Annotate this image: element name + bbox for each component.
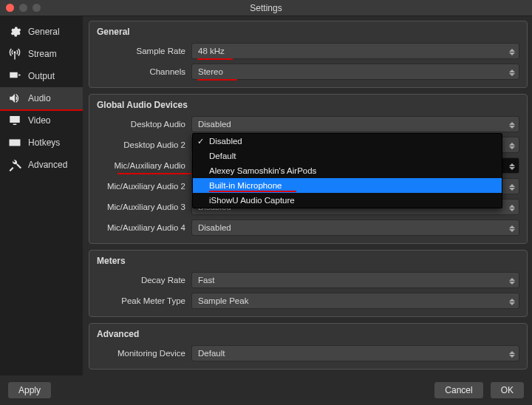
stepper-icon bbox=[509, 140, 516, 152]
select-value: Default bbox=[198, 349, 225, 358]
sidebar-item-label: Output bbox=[28, 71, 55, 81]
apply-button[interactable]: Apply bbox=[7, 381, 52, 399]
speaker-icon bbox=[7, 92, 22, 105]
dropdown-option[interactable]: Default bbox=[193, 149, 502, 163]
section-title: Meters bbox=[97, 256, 519, 266]
annotation-underline bbox=[117, 173, 191, 174]
antenna-icon bbox=[7, 47, 22, 61]
section-title: Advanced bbox=[97, 329, 519, 339]
mic-aux-dropdown[interactable]: ✓DisabledDefaultAlexey Samoshkin's AirPo… bbox=[192, 133, 502, 208]
section-title: General bbox=[97, 27, 519, 37]
sidebar-item-hotkeys[interactable]: Hotkeys bbox=[0, 132, 83, 154]
section-title: Global Audio Devices bbox=[97, 100, 519, 110]
mic-aux4-label: Mic/Auxiliary Audio 4 bbox=[97, 223, 191, 232]
sidebar-item-label: Stream bbox=[28, 49, 57, 59]
window-minimize-button[interactable] bbox=[19, 4, 27, 12]
dropdown-option[interactable]: Alexey Samoshkin's AirPods bbox=[193, 163, 502, 178]
stepper-icon bbox=[509, 67, 516, 78]
sample-rate-select[interactable]: 48 kHz bbox=[191, 43, 519, 59]
select-value: Stereo bbox=[198, 67, 223, 76]
desktop-audio-select[interactable]: Disabled bbox=[191, 116, 519, 132]
peak-meter-label: Peak Meter Type bbox=[97, 296, 191, 305]
section-meters: Meters Decay Rate Fast Peak Meter Type S… bbox=[89, 250, 528, 317]
check-icon: ✓ bbox=[197, 137, 204, 146]
stepper-icon bbox=[509, 119, 516, 131]
stepper-icon bbox=[509, 181, 516, 193]
sidebar-item-general[interactable]: General bbox=[0, 21, 83, 43]
select-value: 48 kHz bbox=[198, 47, 225, 55]
stepper-icon bbox=[509, 222, 516, 234]
dropdown-option-label: iShowU Audio Capture bbox=[209, 196, 295, 205]
section-general: General Sample Rate 48 kHz Channels Ster… bbox=[89, 21, 528, 88]
dropdown-option[interactable]: ✓Disabled bbox=[193, 134, 502, 149]
window-zoom-button[interactable] bbox=[33, 4, 41, 12]
monitoring-device-select[interactable]: Default bbox=[191, 345, 519, 361]
window-title: Settings bbox=[0, 3, 532, 13]
channels-label: Channels bbox=[97, 67, 191, 76]
sidebar: General Stream Output Audio Video Hotkey… bbox=[0, 16, 83, 375]
sample-rate-label: Sample Rate bbox=[97, 47, 191, 55]
ok-button[interactable]: OK bbox=[490, 381, 525, 399]
select-value: Disabled bbox=[198, 120, 231, 129]
gear-icon bbox=[7, 25, 22, 38]
footer: Apply Cancel OK bbox=[0, 375, 532, 405]
cancel-button[interactable]: Cancel bbox=[434, 381, 483, 399]
stepper-icon bbox=[509, 348, 516, 360]
desktop-audio-label: Desktop Audio bbox=[97, 120, 191, 129]
stepper-icon bbox=[509, 160, 516, 172]
sidebar-item-video[interactable]: Video bbox=[0, 109, 83, 132]
monitoring-device-label: Monitoring Device bbox=[97, 349, 191, 358]
window-close-button[interactable] bbox=[6, 4, 14, 12]
titlebar: Settings bbox=[0, 0, 532, 16]
stepper-icon bbox=[509, 275, 516, 287]
sidebar-item-label: Advanced bbox=[28, 160, 67, 170]
annotation-underline bbox=[209, 191, 296, 192]
dropdown-option-label: Built-in Microphone bbox=[209, 181, 282, 190]
mic-aux-label: Mic/Auxiliary Audio bbox=[97, 161, 191, 170]
decay-rate-select[interactable]: Fast bbox=[191, 272, 519, 288]
select-value: Disabled bbox=[198, 223, 231, 232]
dropdown-option-label: Alexey Samoshkin's AirPods bbox=[209, 166, 316, 175]
dropdown-option-label: Default bbox=[209, 152, 236, 160]
desktop-audio2-label: Desktop Audio 2 bbox=[97, 140, 191, 149]
mic-aux3-label: Mic/Auxiliary Audio 3 bbox=[97, 202, 191, 211]
sidebar-item-label: General bbox=[28, 27, 60, 37]
sidebar-item-label: Hotkeys bbox=[28, 137, 60, 148]
dropdown-option[interactable]: Built-in Microphone bbox=[193, 178, 502, 193]
tools-icon bbox=[7, 158, 22, 171]
mic-aux4-select[interactable]: Disabled bbox=[191, 219, 519, 236]
stepper-icon bbox=[509, 296, 516, 307]
dropdown-option-label: Disabled bbox=[209, 137, 242, 146]
sidebar-item-output[interactable]: Output bbox=[0, 65, 83, 87]
stepper-icon bbox=[509, 202, 516, 214]
sidebar-item-label: Audio bbox=[28, 93, 51, 103]
monitor-icon bbox=[7, 114, 22, 127]
sidebar-item-advanced[interactable]: Advanced bbox=[0, 154, 83, 176]
output-icon bbox=[7, 69, 22, 83]
sidebar-item-label: Video bbox=[28, 115, 50, 126]
mic-aux2-label: Mic/Auxiliary Audio 2 bbox=[97, 182, 191, 191]
sidebar-item-stream[interactable]: Stream bbox=[0, 43, 83, 65]
annotation-underline bbox=[197, 79, 237, 81]
channels-select[interactable]: Stereo bbox=[191, 64, 519, 80]
dropdown-option[interactable]: iShowU Audio Capture bbox=[193, 193, 502, 208]
sidebar-item-audio[interactable]: Audio bbox=[0, 87, 83, 109]
section-advanced: Advanced Monitoring Device Default bbox=[89, 323, 528, 370]
select-value: Fast bbox=[198, 276, 214, 285]
decay-rate-label: Decay Rate bbox=[97, 276, 191, 285]
stepper-icon bbox=[509, 46, 516, 58]
select-value: Sample Peak bbox=[198, 296, 248, 305]
annotation-underline bbox=[197, 58, 233, 60]
keyboard-icon bbox=[7, 136, 22, 149]
peak-meter-select[interactable]: Sample Peak bbox=[191, 293, 519, 309]
